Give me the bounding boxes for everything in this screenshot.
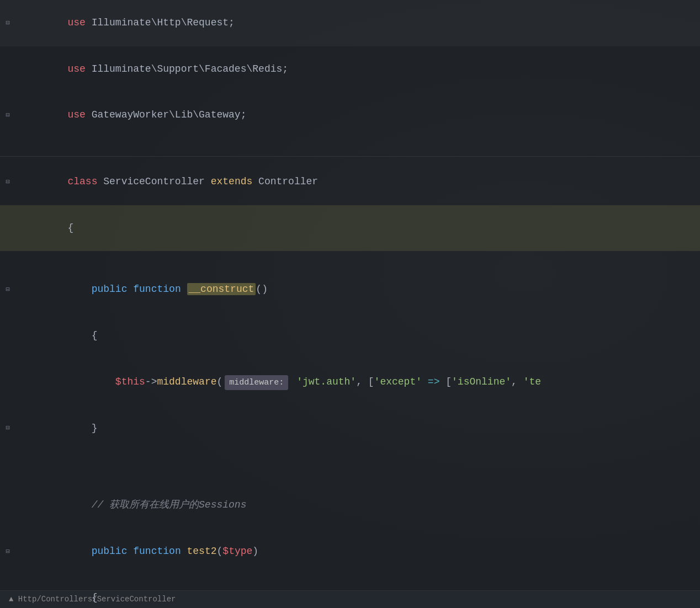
line-gutter: ⊟: [0, 111, 15, 119]
parens: (): [256, 284, 268, 295]
keyword-use: use: [67, 63, 85, 74]
space: [290, 376, 296, 387]
fold-icon[interactable]: ⊟: [4, 19, 12, 27]
fold-icon[interactable]: ⊟: [4, 548, 12, 556]
line-code: [15, 467, 700, 482]
fold-icon[interactable]: ⊟: [4, 178, 12, 186]
line-code: public function __construct(): [15, 266, 700, 313]
code-line: ⊟ public function test2($type): [0, 529, 700, 575]
code-content: ⊟ use Illuminate\Http\Request; use Illum…: [0, 0, 700, 608]
line-code: // 获取所有在线用户的Sessions: [15, 482, 700, 529]
code-line: ⊟ }: [0, 406, 700, 452]
keyword-function: function: [133, 546, 181, 557]
comma: , [: [356, 376, 374, 387]
line-gutter: ⊟: [0, 425, 15, 433]
namespace: GatewayWorker\Lib\Gateway;: [86, 109, 247, 120]
code-line: // 获取所有在线用户的Sessions: [0, 482, 700, 529]
function-name-construct: __construct: [187, 283, 256, 295]
namespace: Illuminate\Http\Request;: [86, 17, 235, 28]
code-line: {: [0, 575, 700, 608]
fold-icon[interactable]: ⊟: [4, 111, 12, 119]
indent: [67, 284, 91, 295]
comma2: ,: [511, 376, 523, 387]
code-line: ⊟ public function __construct(): [0, 266, 700, 313]
string-except: 'except': [374, 376, 422, 387]
line-code: }: [15, 406, 700, 452]
code-line-empty: [0, 467, 700, 482]
line-code: [15, 251, 700, 266]
indent: [67, 546, 91, 557]
line-code: {: [15, 575, 700, 608]
code-line: $this->middleware(middleware: 'jwt.auth'…: [0, 359, 700, 406]
line-code: {: [15, 313, 700, 359]
code-line-empty: [0, 251, 700, 266]
paren: (: [217, 546, 223, 557]
keyword-public: public: [92, 546, 128, 557]
keyword-public: public: [92, 284, 128, 295]
space: [181, 546, 187, 557]
brace-open2: {: [67, 592, 97, 603]
code-line: use Illuminate\Support\Facades\Redis;: [0, 46, 700, 93]
code-line: ⊟ use GatewayWorker\Lib\Gateway;: [0, 92, 700, 138]
fold-icon[interactable]: ⊟: [4, 425, 12, 433]
keyword-function: function: [133, 284, 181, 295]
line-gutter: ⊟: [0, 178, 15, 186]
tooltip-middleware: middleware:: [225, 375, 288, 390]
line-code: $this->middleware(middleware: 'jwt.auth'…: [15, 359, 700, 406]
string-isonline: 'isOnline': [452, 376, 511, 387]
code-line: ⊟ class ServiceController extends Contro…: [0, 159, 700, 205]
brace: {: [67, 330, 97, 341]
bracket: [: [446, 376, 452, 387]
space: [439, 376, 446, 387]
line-code: use GatewayWorker\Lib\Gateway;: [15, 92, 700, 138]
line-code: use Illuminate\Http\Request;: [15, 0, 700, 46]
space: [181, 284, 187, 295]
class-name: ServiceController: [97, 176, 210, 187]
code-line-empty: [0, 451, 700, 467]
line-gutter: ⊟: [0, 548, 15, 556]
comment-sessions: // 获取所有在线用户的Sessions: [67, 499, 246, 510]
fold-icon[interactable]: ⊟: [4, 286, 12, 294]
code-editor: ⊟ use Illuminate\Http\Request; use Illum…: [0, 0, 700, 608]
code-line: ⊟ use Illuminate\Http\Request;: [0, 0, 700, 46]
param-type: $type: [222, 546, 252, 557]
namespace: Illuminate\Support\Facades\Redis;: [86, 63, 288, 74]
brace-close: }: [67, 423, 97, 434]
line-gutter: ⊟: [0, 19, 15, 27]
parent-class: Controller: [252, 176, 318, 187]
string-te: 'te: [523, 376, 541, 387]
line-code: [15, 451, 700, 467]
line-code: {: [15, 205, 700, 252]
line-code: public function test2($type): [15, 529, 700, 575]
section-separator: [0, 156, 700, 157]
keyword-use: use: [67, 109, 85, 120]
space: [422, 376, 428, 387]
brace-open: {: [67, 222, 73, 233]
space: [127, 284, 133, 295]
line-code: class ServiceController extends Controll…: [15, 159, 700, 205]
indent: [67, 376, 115, 387]
variable-this: $this: [115, 376, 145, 387]
arrow: ->: [145, 376, 157, 387]
keyword-extends: extends: [211, 176, 253, 187]
keyword-class: class: [67, 176, 97, 187]
paren-open: (: [217, 376, 223, 387]
operator-arrow: =>: [428, 376, 440, 387]
line-code: use Illuminate\Support\Facades\Redis;: [15, 46, 700, 93]
string-jwt: 'jwt.auth': [296, 376, 356, 387]
code-line: {: [0, 313, 700, 359]
function-name-test2: test2: [187, 546, 217, 557]
space: [127, 546, 133, 557]
code-line-empty: [0, 138, 700, 154]
method-middleware: middleware: [157, 376, 216, 387]
line-gutter: ⊟: [0, 286, 15, 294]
code-line: {: [0, 205, 700, 252]
keyword-use: use: [67, 17, 85, 28]
paren-close: ): [252, 546, 258, 557]
